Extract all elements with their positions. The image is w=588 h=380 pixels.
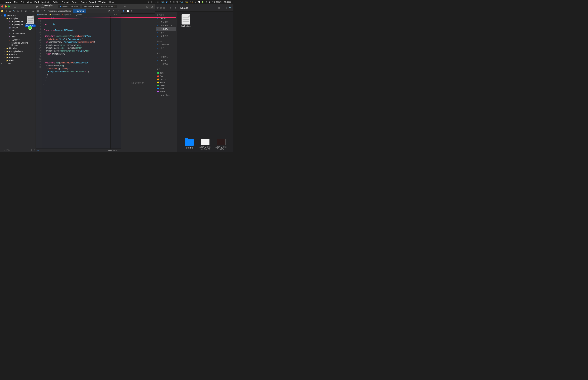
battery-icon[interactable]: 🔋 bbox=[202, 1, 204, 3]
breakpoint-navigator-icon[interactable]: ▭ bbox=[28, 10, 31, 12]
input-lang[interactable]: A bbox=[198, 1, 200, 3]
tree-item[interactable]: ▸ 📁 Products bbox=[0, 53, 36, 56]
clock-date[interactable]: 7월 9일 (토) bbox=[212, 1, 222, 3]
next-issue-icon[interactable]: › bbox=[119, 13, 119, 16]
editor-tab[interactable]: ▸Dynamic bbox=[73, 9, 86, 13]
editor-tab[interactable]: hexamples-Bridging-Header bbox=[46, 9, 73, 13]
disclosure-icon[interactable]: ▾ bbox=[4, 18, 5, 19]
clock-time[interactable]: 16:39:33 bbox=[224, 1, 231, 3]
app-name[interactable]: Xcode bbox=[5, 1, 11, 3]
minimize-button[interactable] bbox=[5, 5, 7, 7]
menu-help[interactable]: Help bbox=[109, 1, 114, 3]
recent-icon[interactable]: ⊙ bbox=[31, 149, 33, 151]
menu-product[interactable]: Product bbox=[61, 1, 69, 3]
menu-editor[interactable]: Editor bbox=[53, 1, 59, 3]
file-inspector-icon[interactable]: 🗎 bbox=[122, 10, 125, 12]
sidebar-item[interactable]: ○Androi… bbox=[156, 59, 176, 62]
tree-item[interactable]: ▸ A Pods bbox=[0, 62, 36, 65]
sidebar-tag-item[interactable]: Orange bbox=[156, 78, 176, 81]
file-tree[interactable]: ▾ A examples M ▾ 📁 examples h AppDelegat… bbox=[0, 13, 36, 148]
finder-file[interactable]: loading.json bbox=[180, 14, 192, 27]
tree-item[interactable]: ▾ 📁 examples bbox=[0, 17, 36, 20]
disclosure-icon[interactable]: ▸ bbox=[4, 57, 5, 58]
sidebar-tag-item[interactable]: Blue bbox=[156, 87, 176, 90]
sidebar-item[interactable]: ○문서 bbox=[156, 31, 176, 34]
menubar-icon[interactable]: ◧ bbox=[166, 1, 168, 3]
debug-navigator-icon[interactable]: ▣ bbox=[24, 10, 27, 12]
disclosure-icon[interactable]: ▾ bbox=[1, 15, 3, 16]
back-button[interactable]: ‹ bbox=[169, 6, 172, 9]
related-items-icon[interactable]: ▤ bbox=[36, 9, 40, 12]
add-editor-icon[interactable]: ▢ bbox=[116, 9, 119, 12]
menu-sourcecontrol[interactable]: Source Control bbox=[81, 1, 96, 3]
disclosure-icon[interactable]: ▸ bbox=[4, 54, 5, 55]
symbol-navigator-icon[interactable]: ☰ bbox=[9, 10, 11, 12]
warning-icon[interactable]: ⚠ bbox=[116, 13, 117, 16]
code-editor[interactable]: 1 2 3 4 5 6 7 8 9 10 11 12 13 14 15 16 1… bbox=[36, 16, 121, 149]
tree-item[interactable]: ▸ 📁 examplesTests bbox=[0, 50, 36, 53]
menu-edit[interactable]: Edit bbox=[20, 1, 24, 3]
net-stat[interactable]: 0 KB/s0 KB/s bbox=[173, 0, 178, 3]
project-navigator-icon[interactable]: 📁 bbox=[1, 10, 3, 12]
sidebar-item[interactable]: ○최근 항목 bbox=[156, 20, 176, 24]
finder-item[interactable]: 스크린샷 2022-05…3.49.53 bbox=[199, 137, 211, 150]
search-icon[interactable]: 🔍 bbox=[229, 6, 232, 9]
add-icon[interactable]: ＋ bbox=[1, 149, 3, 151]
menubar-icon[interactable]: ⤳ bbox=[154, 1, 156, 3]
tree-item[interactable]: ▸ Dynamic bbox=[0, 38, 36, 41]
finder-item[interactable]: 스크린샷 2022-0…4.19.41 bbox=[215, 137, 228, 150]
scm-icon[interactable]: ▢ bbox=[34, 149, 35, 151]
zoom-button[interactable] bbox=[8, 5, 10, 7]
tree-item[interactable]: m AppDelegate bbox=[0, 23, 36, 26]
menubar-icon[interactable]: ⋮ bbox=[170, 1, 171, 3]
history-inspector-icon[interactable]: 🕘 bbox=[126, 10, 129, 12]
editor-options-icon[interactable]: ⇄ bbox=[107, 9, 111, 12]
sidebar-item[interactable]: ○iCloud Dri… bbox=[156, 43, 176, 46]
tree-item[interactable]: h examples-Bridging-Header bbox=[0, 41, 36, 47]
menu-debug[interactable]: Debug bbox=[72, 1, 78, 3]
sidebar-item[interactable]: ○다운로드 bbox=[156, 34, 176, 38]
finder-item[interactable]: 무제 폴더 bbox=[183, 137, 195, 150]
forward-icon[interactable]: › bbox=[43, 9, 46, 12]
sidebar-item[interactable]: ○데스크탑 bbox=[156, 27, 176, 31]
ram-stat[interactable]: RAM54% bbox=[185, 0, 188, 3]
forward-button[interactable]: › bbox=[174, 6, 177, 9]
test-navigator-icon[interactable]: ◇ bbox=[20, 10, 23, 12]
minimize-button[interactable] bbox=[160, 7, 162, 9]
source-control-navigator-icon[interactable]: ⎋ bbox=[5, 10, 7, 12]
control-center-icon[interactable]: ⚙ bbox=[209, 1, 211, 3]
scheme-selector[interactable]: ▣ iPod tou…neration) bbox=[58, 5, 80, 8]
sidebar-item[interactable]: ○AirDrop bbox=[156, 17, 176, 20]
sidebar-tag-item[interactable]: Yellow bbox=[156, 81, 176, 84]
debug-icon[interactable]: ▭ bbox=[37, 149, 39, 152]
sidebar-tag-item[interactable]: ○모든 태그… bbox=[156, 93, 176, 97]
tree-item[interactable]: ✦ LaunchScreen bbox=[0, 32, 36, 35]
minimap[interactable] bbox=[111, 16, 121, 149]
menubar-icon[interactable]: ▤ bbox=[148, 1, 149, 3]
tree-item[interactable]: m main bbox=[0, 35, 36, 38]
menubar-icon[interactable]: ⎆ bbox=[195, 1, 196, 3]
add-tab-icon[interactable]: ＋ bbox=[123, 5, 126, 8]
sidebar-tag-item[interactable]: Green bbox=[156, 84, 176, 87]
back-icon[interactable]: ‹ bbox=[40, 9, 43, 12]
run-button[interactable]: ▶ bbox=[36, 5, 39, 8]
menu-find[interactable]: Find bbox=[34, 1, 39, 3]
igpu-stat[interactable]: iGPU22% bbox=[179, 0, 183, 3]
tree-project-root[interactable]: ▾ A examples M bbox=[0, 14, 36, 17]
disclosure-icon[interactable]: ▸ bbox=[4, 60, 5, 61]
menu-file[interactable]: File bbox=[14, 1, 18, 3]
tree-item[interactable]: ▸ 📁 Pods bbox=[0, 59, 36, 62]
library-icon[interactable]: ▢ bbox=[146, 5, 149, 8]
tree-item[interactable]: ▸ 📁 Frameworks bbox=[0, 56, 36, 59]
issue-navigator-icon[interactable]: ⚠ bbox=[17, 10, 19, 12]
prev-issue-icon[interactable]: ‹ bbox=[114, 13, 115, 16]
warning-icon[interactable]: ⚠ bbox=[114, 5, 115, 7]
cpu-stat[interactable]: CPU31% bbox=[190, 0, 193, 3]
menu-view[interactable]: View bbox=[27, 1, 32, 3]
disclosure-icon[interactable]: ▸ bbox=[1, 63, 3, 64]
tree-item[interactable]: h AppDelegate bbox=[0, 20, 36, 23]
finder-content[interactable]: loading.json 무제 폴더스크린샷 2022-05…3.49.53스크… bbox=[177, 12, 233, 152]
view-options-icon[interactable]: ⌄ bbox=[222, 6, 224, 9]
help-inspector-icon[interactable]: ? bbox=[131, 10, 132, 12]
ssd-stat[interactable]: SSD23% bbox=[161, 0, 165, 3]
